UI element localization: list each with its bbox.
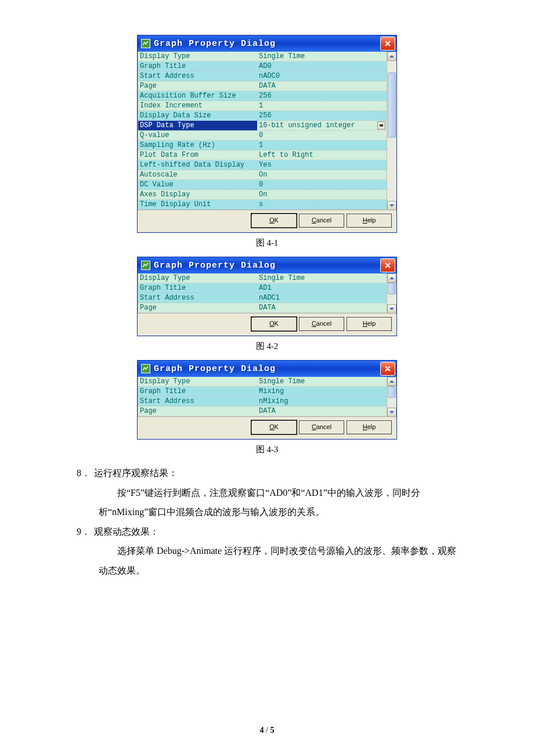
prop-value[interactable]: s (257, 200, 387, 210)
scroll-up-icon[interactable] (387, 273, 396, 283)
prop-value[interactable]: 1 (257, 141, 387, 150)
prop-value[interactable]: DATA (257, 406, 387, 416)
prop-value[interactable]: nMixing (257, 397, 387, 406)
prop-value[interactable]: 256 (257, 91, 387, 101)
prop-key: Page (138, 81, 257, 91)
prop-key: Graph Title (138, 283, 257, 293)
figure-caption-4-2: 图 4-2 (70, 341, 464, 352)
step-8-heading: 8． 运行程序观察结果： (70, 463, 464, 483)
prop-value[interactable]: 16-bit unsigned integer (257, 121, 387, 131)
prop-value[interactable]: DATA (257, 81, 387, 91)
scroll-thumb[interactable] (388, 283, 396, 294)
scroll-up-icon[interactable] (387, 52, 396, 61)
prop-key: Left-shifted Data Display (138, 160, 257, 170)
scroll-down-icon[interactable] (387, 408, 396, 417)
close-icon[interactable] (380, 362, 395, 376)
prop-value[interactable]: AD1 (257, 283, 387, 293)
prop-key: Q-value (138, 131, 257, 141)
prop-key: Autoscale (138, 170, 257, 180)
prop-value[interactable]: Mixing (257, 387, 387, 397)
scroll-track[interactable] (387, 61, 396, 201)
prop-key: Time Display Unit (138, 200, 257, 210)
ok-button[interactable]: OK (251, 214, 297, 228)
prop-value[interactable]: DATA (257, 303, 387, 313)
prop-value[interactable]: 0 (257, 131, 387, 141)
step-8-paragraph: 按“F5”键运行到断点，注意观察窗口“AD0”和“AD1”中的输入波形，同时分析… (99, 483, 464, 522)
prop-key: Acquisition Buffer Size (138, 91, 257, 101)
dialog-title: Graph Property Dialog (154, 364, 380, 374)
help-button[interactable]: Help (347, 420, 392, 434)
prop-key: DSP Data Type (138, 121, 257, 131)
scroll-track[interactable] (387, 386, 396, 408)
prop-value[interactable]: Yes (257, 160, 387, 170)
property-list: Display TypeSingle Time Graph TitleMixin… (138, 377, 387, 417)
scroll-up-icon[interactable] (387, 377, 396, 386)
figure-caption-4-1: 图 4-1 (70, 237, 464, 249)
page-total: 5 (270, 726, 274, 735)
cancel-button[interactable]: Cancel (299, 214, 344, 228)
dialog-titlebar: Graph Property Dialog (138, 35, 396, 52)
prop-key: Page (138, 303, 257, 313)
scrollbar[interactable] (387, 52, 396, 210)
cancel-button[interactable]: Cancel (299, 420, 344, 434)
close-icon[interactable] (380, 258, 395, 272)
scroll-thumb[interactable] (388, 73, 396, 138)
step-title: 运行程序观察结果： (94, 463, 178, 483)
prop-value[interactable]: On (257, 170, 387, 180)
prop-key: Index Increment (138, 101, 257, 111)
prop-key: Start Address (138, 397, 257, 406)
prop-value-text: 16-bit unsigned integer (259, 121, 355, 129)
page-number: 4 / 5 (0, 726, 534, 735)
scroll-track[interactable] (387, 283, 396, 304)
figure-caption-4-3: 图 4-3 (70, 444, 464, 455)
prop-key: Graph Title (138, 387, 257, 397)
prop-key: Display Type (138, 273, 257, 283)
help-button[interactable]: Help (347, 317, 392, 331)
prop-value[interactable]: 256 (257, 111, 387, 121)
dialog-titlebar: Graph Property Dialog (138, 361, 396, 377)
help-button[interactable]: Help (347, 214, 392, 228)
prop-value[interactable]: 0 (257, 180, 387, 190)
scrollbar[interactable] (387, 377, 396, 417)
scroll-down-icon[interactable] (387, 201, 396, 210)
dialog-title: Graph Property Dialog (154, 261, 380, 271)
prop-value[interactable]: Single Time (257, 273, 387, 283)
graph-property-dialog-2: Graph Property Dialog Display TypeSingle… (137, 257, 397, 336)
close-icon[interactable] (380, 37, 395, 51)
dialog-title: Graph Property Dialog (154, 39, 380, 49)
prop-key: Start Address (138, 71, 257, 81)
prop-value[interactable]: nADC1 (257, 293, 387, 303)
prop-key: Page (138, 406, 257, 416)
graph-property-dialog-1: Graph Property Dialog Display TypeSingle… (137, 35, 397, 233)
ok-button[interactable]: OK (251, 420, 297, 434)
prop-value[interactable]: Single Time (257, 377, 387, 387)
prop-value[interactable]: Left to Right (257, 150, 387, 160)
prop-value[interactable]: 1 (257, 101, 387, 111)
step-title: 观察动态效果： (94, 522, 159, 542)
prop-key: DC Value (138, 180, 257, 190)
prop-key: Display Data Size (138, 111, 257, 121)
prop-value[interactable]: AD0 (257, 62, 387, 71)
graph-property-dialog-3: Graph Property Dialog Display TypeSingle… (137, 360, 397, 440)
cancel-button[interactable]: Cancel (299, 317, 344, 331)
scroll-down-icon[interactable] (387, 304, 396, 314)
step-number: 9． (70, 522, 94, 542)
dropdown-icon[interactable] (377, 121, 385, 129)
prop-value[interactable]: On (257, 190, 387, 200)
step-9-heading: 9． 观察动态效果： (70, 522, 464, 542)
prop-key: Display Type (138, 377, 257, 387)
prop-key: Plot Data From (138, 150, 257, 160)
property-list: Display TypeSingle Time Graph TitleAD0 S… (138, 52, 387, 210)
dialog-titlebar: Graph Property Dialog (138, 257, 396, 273)
ok-button[interactable]: OK (251, 317, 297, 331)
page-sep: / (264, 726, 270, 735)
prop-value[interactable]: nADC0 (257, 71, 387, 81)
scroll-thumb[interactable] (388, 386, 396, 398)
graph-icon (141, 39, 150, 48)
step-9-paragraph: 选择菜单 Debug->Animate 运行程序，同时改变信号源输入的波形、频率… (99, 541, 464, 580)
prop-value[interactable]: Single Time (257, 52, 387, 62)
scrollbar[interactable] (387, 273, 396, 314)
graph-icon (141, 364, 150, 373)
graph-icon (141, 261, 150, 270)
prop-key: Start Address (138, 293, 257, 303)
